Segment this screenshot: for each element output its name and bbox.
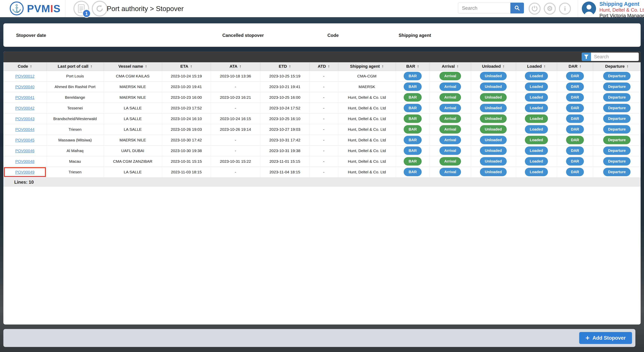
dar-pill-button[interactable]: DAR (566, 93, 584, 102)
departure-pill-button[interactable]: Departure (603, 115, 630, 123)
dar-pill-button[interactable]: DAR (566, 104, 584, 112)
departure-pill-button[interactable]: Departure (603, 136, 630, 144)
loaded-pill-button[interactable]: Loaded (525, 72, 548, 80)
bar-pill-button[interactable]: BAR (404, 72, 422, 80)
arrival-pill-button[interactable]: Arrival (440, 125, 461, 134)
cell-ata: 2023-10-31 15:22 (211, 156, 260, 167)
stopover-code-link[interactable]: POV00049 (15, 170, 34, 174)
stopover-code-link[interactable]: POV00046 (15, 149, 34, 153)
stopover-code-link[interactable]: POV00040 (15, 85, 34, 89)
unloaded-pill-button[interactable]: Unloaded (480, 93, 507, 102)
dar-pill-button[interactable]: DAR (566, 115, 584, 123)
cell-ata: 2023-10-23 16:21 (211, 92, 260, 103)
stopover-code-link[interactable]: POV00042 (15, 106, 34, 110)
column-header-vessel[interactable]: Vessel name↑ (104, 62, 162, 71)
bar-pill-button[interactable]: BAR (404, 136, 422, 144)
column-header-loaded[interactable]: Loaded↑ (516, 62, 557, 71)
column-header-bar[interactable]: BAR↑ (396, 62, 430, 71)
column-header-arrival[interactable]: Arrival↑ (430, 62, 471, 71)
column-header-agent[interactable]: Shipping agent↑ (338, 62, 396, 71)
bar-pill-button[interactable]: BAR (404, 104, 422, 112)
dar-pill-button[interactable]: DAR (566, 136, 584, 144)
loaded-pill-button[interactable]: Loaded (525, 136, 548, 144)
refresh-button[interactable] (92, 1, 108, 16)
stopover-code-link[interactable]: POV00041 (15, 95, 34, 100)
loaded-pill-button[interactable]: Loaded (525, 93, 548, 102)
loaded-pill-button[interactable]: Loaded (525, 147, 548, 155)
column-header-etd[interactable]: ETD↑ (260, 62, 310, 71)
loaded-pill-button[interactable]: Loaded (525, 125, 548, 134)
documents-button[interactable]: 1 (74, 1, 89, 16)
user-avatar[interactable] (582, 1, 596, 16)
unloaded-pill-button[interactable]: Unloaded (480, 136, 507, 144)
bar-pill-button[interactable]: BAR (404, 147, 422, 155)
arrival-pill-button[interactable]: Arrival (440, 136, 461, 144)
departure-pill-button[interactable]: Departure (603, 104, 630, 112)
column-header-code[interactable]: Code↑ (3, 62, 46, 71)
column-header-departure[interactable]: Departure↑ (593, 62, 641, 71)
add-stopover-button[interactable]: + Add Stopover (579, 332, 632, 344)
departure-pill-button[interactable]: Departure (603, 147, 630, 155)
unloaded-pill-button[interactable]: Unloaded (480, 115, 507, 123)
dar-pill-button[interactable]: DAR (566, 147, 584, 155)
column-header-dar[interactable]: DAR↑ (557, 62, 593, 71)
table-row: POV00012Port LouisCMA CGM KAILAS2023-10-… (3, 71, 641, 81)
column-header-ata[interactable]: ATA↑ (211, 62, 260, 71)
unloaded-pill-button[interactable]: Unloaded (480, 82, 507, 91)
dar-pill-button[interactable]: DAR (566, 72, 584, 80)
logout-button[interactable] (528, 2, 540, 14)
departure-pill-button[interactable]: Departure (603, 72, 630, 80)
table-search-input[interactable] (591, 53, 639, 61)
stopover-code-link[interactable]: POV00044 (15, 127, 34, 132)
unloaded-pill-button[interactable]: Unloaded (480, 147, 507, 155)
arrival-pill-button[interactable]: Arrival (440, 104, 461, 112)
arrival-pill-button[interactable]: Arrival (440, 147, 461, 155)
departure-pill-button[interactable]: Departure (603, 168, 630, 176)
info-button[interactable]: i (559, 2, 571, 14)
unloaded-pill-button[interactable]: Unloaded (480, 104, 507, 112)
bar-pill-button[interactable]: BAR (404, 82, 422, 91)
stopover-code-link[interactable]: POV00043 (15, 117, 34, 121)
column-header-eta[interactable]: ETA↑ (162, 62, 211, 71)
cell-departure: Departure (593, 156, 641, 167)
dar-pill-button[interactable]: DAR (566, 168, 584, 176)
stopover-code-link[interactable]: POV00048 (15, 159, 34, 164)
loaded-pill-button[interactable]: Loaded (525, 168, 548, 176)
arrival-pill-button[interactable]: Arrival (440, 168, 461, 176)
departure-pill-button[interactable]: Departure (603, 157, 630, 166)
unloaded-pill-button[interactable]: Unloaded (480, 125, 507, 134)
departure-pill-button[interactable]: Departure (603, 125, 630, 134)
loaded-pill-button[interactable]: Loaded (525, 157, 548, 166)
global-search-input[interactable] (458, 2, 510, 13)
table-filter-button[interactable] (582, 53, 591, 61)
arrival-pill-button[interactable]: Arrival (440, 82, 461, 91)
loaded-pill-button[interactable]: Loaded (525, 104, 548, 112)
bar-pill-button[interactable]: BAR (404, 157, 422, 166)
bar-pill-button[interactable]: BAR (404, 115, 422, 123)
column-header-unloaded[interactable]: Unloaded↑ (471, 62, 516, 71)
arrival-pill-button[interactable]: Arrival (440, 72, 461, 80)
sort-asc-icon: ↑ (190, 64, 192, 69)
departure-pill-button[interactable]: Departure (603, 82, 630, 91)
arrival-pill-button[interactable]: Arrival (440, 93, 461, 102)
unloaded-pill-button[interactable]: Unloaded (480, 157, 507, 166)
unloaded-pill-button[interactable]: Unloaded (480, 72, 507, 80)
arrival-pill-button[interactable]: Arrival (440, 157, 461, 166)
stopover-code-link[interactable]: POV00012 (15, 74, 34, 78)
bar-pill-button[interactable]: BAR (404, 125, 422, 134)
unloaded-pill-button[interactable]: Unloaded (480, 168, 507, 176)
global-search-button[interactable] (510, 2, 524, 13)
dar-pill-button[interactable]: DAR (566, 82, 584, 91)
bar-pill-button[interactable]: BAR (404, 93, 422, 102)
bar-pill-button[interactable]: BAR (404, 168, 422, 176)
column-header-last_port[interactable]: Last port of call↑ (46, 62, 104, 71)
settings-button[interactable]: ⚙ (544, 2, 556, 14)
dar-pill-button[interactable]: DAR (566, 157, 584, 166)
dar-pill-button[interactable]: DAR (566, 125, 584, 134)
loaded-pill-button[interactable]: Loaded (525, 82, 548, 91)
column-header-atd[interactable]: ATD↑ (310, 62, 338, 71)
loaded-pill-button[interactable]: Loaded (525, 115, 548, 123)
stopover-code-link[interactable]: POV00045 (15, 138, 34, 142)
departure-pill-button[interactable]: Departure (603, 93, 630, 102)
arrival-pill-button[interactable]: Arrival (440, 115, 461, 123)
